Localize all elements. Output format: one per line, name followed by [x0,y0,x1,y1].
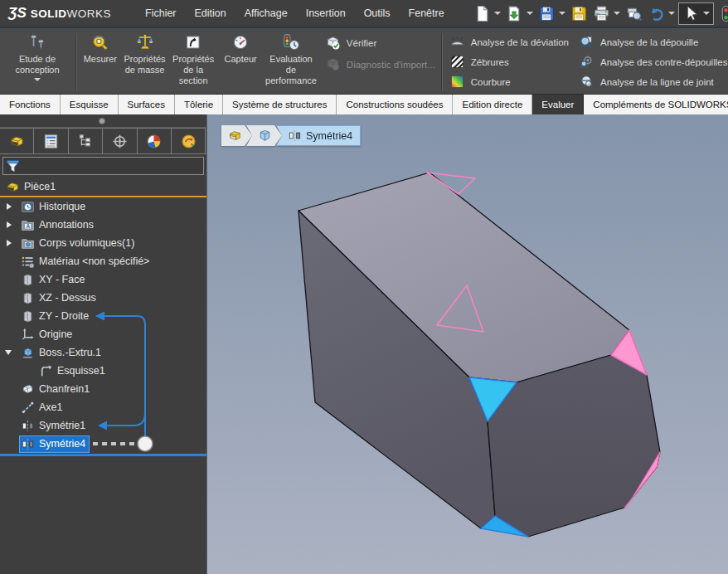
model-scene[interactable] [207,114,728,574]
configuration-manager-icon [77,134,93,149]
analysis-column-2: Analyse de la dépouille Analyse des cont… [574,30,728,94]
dimxpert-manager-icon [112,134,128,149]
command-tab[interactable]: Tôlerie [175,95,223,114]
measure-icon [91,33,109,51]
graphics-viewport[interactable]: Symétrie4 [207,114,728,574]
feature-tree-item[interactable]: Pièce1 [0,178,206,197]
menu-item[interactable]: Insertion [297,2,355,24]
design-study-icon [28,33,46,51]
manager-tab[interactable] [172,128,206,153]
dropdown-caret[interactable] [494,12,501,15]
dropdown-caret[interactable] [668,12,675,15]
ribbon-button[interactable]: Mesurer [79,30,122,66]
panel-splitter[interactable] [0,114,206,128]
feature-tree-item[interactable]: Matériau <non spécifié> [0,252,206,270]
ribbon-button[interactable]: Analyse de la déviation [449,33,569,51]
toolbar-button[interactable] [504,4,535,23]
feature-tree-item[interactable]: Symétrie1 [0,416,206,435]
feature-tree-item[interactable]: Historique [0,197,206,216]
feature-tree-item[interactable]: XY - Face [0,270,206,289]
design-study-button[interactable]: Etude de conception [0,30,75,83]
feature-manager-icon [9,134,25,149]
toolbar-button[interactable] [624,4,644,23]
feature-manager-panel: Pièce1 Historique [0,114,207,574]
feature-tree-item[interactable]: Boss.-Extru.1 [0,343,206,362]
feature-tree-item[interactable]: Axe1 [0,398,206,416]
dropdown-caret[interactable] [527,12,533,15]
ribbon-button[interactable]: Capteur [219,30,262,66]
feature-tree-item[interactable]: Corps volumiques(1) [0,234,206,252]
breadcrumb-part[interactable] [221,125,252,146]
ribbon-button[interactable]: Analyse des contre-dépouilles [579,53,723,71]
expander-arrow-icon[interactable] [5,203,20,210]
dropdown-caret[interactable] [34,78,41,81]
manager-tab[interactable] [69,128,103,153]
command-tab[interactable]: Evaluer [532,95,584,114]
toolbar-button[interactable] [678,2,714,25]
expander-arrow-icon[interactable] [5,350,20,355]
command-tab[interactable]: Esquisse [61,95,119,114]
feature-tree-item[interactable]: Symétrie4 [0,435,206,453]
ribbon-button[interactable]: Propriétés de masse [122,30,167,77]
feature-tree-item[interactable]: ZY - Droite [0,307,206,325]
command-tab[interactable]: Surfaces [119,95,175,114]
command-tab[interactable]: Fonctions [0,95,61,114]
feature-tree-item[interactable]: Esquisse1 [0,362,206,380]
toolbar-button[interactable] [536,4,567,23]
manager-tab-strip [0,128,206,154]
analysis-column-1: Analyse de la déviation Zébrures Courbur… [444,30,574,94]
ribbon-button[interactable]: Zébrures [449,53,569,71]
plane-icon [21,273,35,287]
menu-item[interactable]: Outils [355,2,400,24]
ribbon-button[interactable]: Analyse de la ligne de joint [579,73,723,90]
manager-tab[interactable] [34,128,68,153]
expander-arrow-icon[interactable] [5,221,20,228]
rollback-bar[interactable] [0,454,206,456]
manager-tab[interactable] [0,128,34,153]
dropdown-caret[interactable] [559,12,565,15]
menu-item[interactable]: Edition [186,2,235,24]
ribbon-button[interactable]: Propriétés de la section [167,30,219,88]
ribbon-button[interactable]: Diagnostic d'import... [325,55,435,74]
toolbar-button[interactable] [646,4,677,23]
manager-tab[interactable] [103,128,137,153]
toolbar-button[interactable] [472,4,502,23]
visualize-icon [181,134,197,149]
feature-tree-item[interactable]: A Annotations [0,216,206,234]
menu-item[interactable]: Fenêtre [400,2,454,24]
menu-item[interactable]: Affichage [235,2,297,24]
dropdown-caret[interactable] [703,12,710,15]
plane-icon [21,309,35,323]
verify-icon [325,35,341,51]
menu-bar: Fichier Edition Affichage Insertion Outi… [136,2,454,24]
open-icon [506,5,523,22]
toolbar-button[interactable] [569,4,590,23]
feature-tree-filter-input[interactable] [20,158,201,173]
ribbon-separator [76,33,77,90]
ribbon-button[interactable]: Evaluation de performance [262,30,320,88]
menu-item[interactable]: Fichier [136,2,186,24]
command-tab[interactable]: Compléments de SOLIDWORKS [584,95,728,114]
manager-tab[interactable] [138,128,172,153]
evaluate-tools-group: Mesurer Propriétés de masse Propriétés d… [79,30,320,94]
dropdown-caret[interactable] [614,12,620,15]
toolbar-button[interactable] [716,4,728,23]
origin-icon [21,328,35,342]
print-preview-icon [625,5,643,22]
annotations-icon: A [21,218,35,232]
feature-tree-item[interactable]: XZ - Dessus [0,289,206,307]
toolbar-button[interactable] [591,4,622,23]
save-icon [538,5,556,22]
command-tab[interactable]: Constructions soudées [337,95,453,114]
ribbon-button[interactable]: Analyse de la dépouille [579,33,723,51]
ribbon-button[interactable]: Courbure [449,73,569,90]
feature-tree-filter[interactable] [2,157,204,175]
breadcrumb-feature[interactable]: Symétrie4 [276,125,361,146]
command-tab[interactable]: Edition directe [453,95,532,114]
splitter-handle[interactable] [99,118,105,124]
ribbon-button[interactable]: Vérifier [325,33,435,52]
feature-tree-item[interactable]: Origine [0,325,206,343]
feature-tree-item[interactable]: Chanfrein1 [0,380,206,398]
expander-arrow-icon[interactable] [5,240,20,246]
command-tab[interactable]: Système de structures [223,95,337,114]
